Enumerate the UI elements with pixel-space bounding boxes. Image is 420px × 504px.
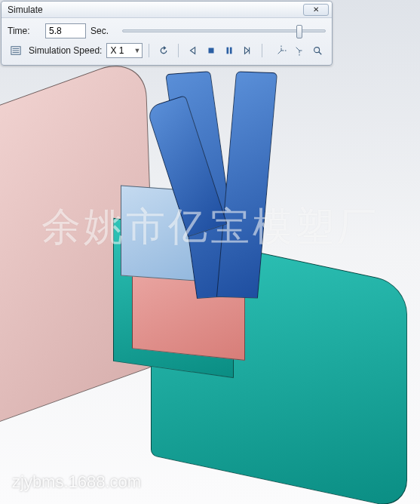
explode-in-icon — [294, 45, 305, 56]
time-slider-thumb[interactable] — [296, 25, 302, 38]
time-label: Time: — [8, 26, 33, 36]
svg-marker-11 — [285, 50, 287, 51]
separator — [178, 44, 179, 57]
close-icon: ✕ — [313, 5, 319, 14]
svg-line-14 — [319, 52, 322, 55]
explode-out-icon — [276, 45, 287, 56]
explode-out-button[interactable] — [273, 43, 290, 58]
close-button[interactable]: ✕ — [303, 4, 329, 16]
time-row: Time: Sec. — [8, 21, 326, 41]
list-icon — [11, 45, 21, 56]
svg-rect-7 — [230, 48, 232, 54]
controls-row: Simulation Speed: X 1 ▼ — [8, 41, 326, 60]
simulate-panel: Simulate ✕ Time: Sec. Simulation Speed: … — [1, 1, 333, 66]
time-input[interactable] — [45, 23, 86, 38]
time-unit: Sec. — [90, 26, 113, 36]
zoom-fit-icon — [312, 45, 323, 56]
cad-viewport[interactable]: 余姚市亿宝模塑厂 zjybms.1688.com — [0, 0, 420, 504]
list-view-button[interactable] — [8, 43, 24, 58]
svg-marker-4 — [191, 48, 195, 54]
step-forward-button[interactable] — [239, 43, 256, 58]
cad-model — [0, 0, 420, 504]
pause-icon — [224, 45, 235, 56]
separator — [149, 44, 149, 57]
svg-marker-8 — [245, 48, 249, 54]
playback-controls — [185, 43, 256, 58]
simulate-body: Time: Sec. Simulation Speed: X 1 ▼ — [2, 18, 332, 65]
step-back-icon — [188, 45, 198, 56]
svg-marker-12 — [299, 54, 300, 56]
chevron-down-icon: ▼ — [133, 47, 140, 54]
view-tools — [273, 43, 326, 58]
svg-rect-5 — [209, 48, 214, 54]
step-back-button[interactable] — [185, 43, 201, 58]
svg-point-13 — [314, 48, 320, 53]
restart-icon — [158, 45, 169, 56]
speed-value: X 1 — [110, 45, 124, 56]
svg-marker-10 — [281, 45, 282, 47]
stop-button[interactable] — [203, 43, 219, 58]
pause-button[interactable] — [221, 43, 238, 58]
speed-label: Simulation Speed: — [29, 45, 102, 56]
separator — [262, 44, 262, 57]
explode-in-button[interactable] — [291, 43, 308, 58]
panel-title: Simulate — [8, 5, 43, 15]
time-slider[interactable] — [122, 29, 326, 32]
restart-button[interactable] — [155, 43, 172, 58]
zoom-fit-button[interactable] — [309, 43, 326, 58]
step-forward-icon — [242, 45, 253, 56]
speed-select[interactable]: X 1 ▼ — [106, 43, 143, 58]
simulate-titlebar[interactable]: Simulate ✕ — [2, 2, 332, 18]
svg-rect-6 — [227, 48, 229, 54]
stop-icon — [206, 45, 216, 56]
